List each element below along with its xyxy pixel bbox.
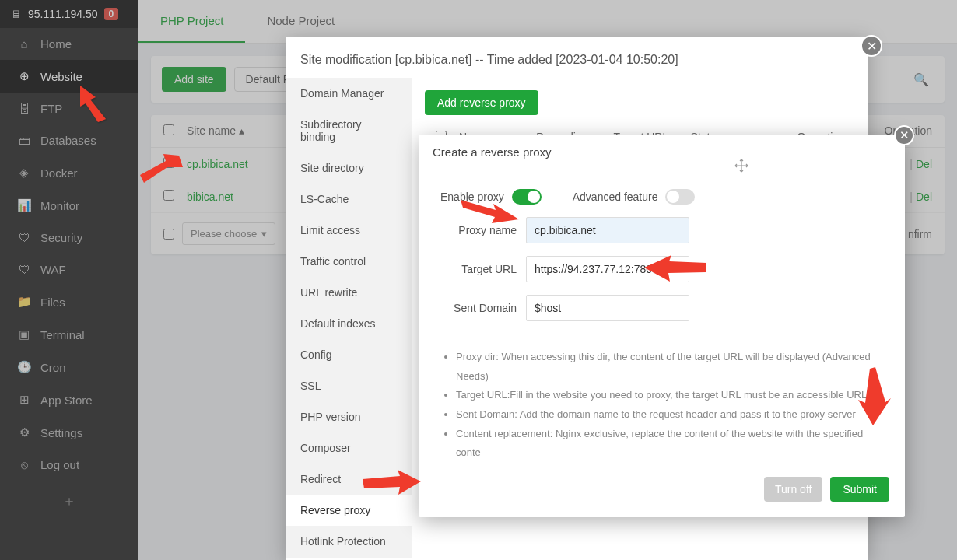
nav-site-directory[interactable]: Site directory — [286, 152, 412, 184]
note-item: Sent Domain: Add the domain name to the … — [456, 405, 883, 425]
nav-composer[interactable]: Composer — [286, 432, 412, 464]
note-item: Proxy dir: When accessing this dir, the … — [456, 348, 883, 386]
turn-off-button[interactable]: Turn off — [764, 477, 822, 502]
nav-domain-manager[interactable]: Domain Manager — [286, 78, 412, 109]
add-reverse-proxy-button[interactable]: Add reverse proxy — [425, 90, 538, 115]
modal2-form: Enable proxy Advanced feature Proxy name… — [419, 170, 905, 345]
advanced-label: Advanced feature — [573, 191, 658, 203]
sent-domain-label: Sent Domain — [440, 302, 526, 314]
help-notes: Proxy dir: When accessing this dir, the … — [419, 345, 905, 477]
close-icon[interactable]: ✕ — [861, 35, 882, 57]
target-url-label: Target URL — [440, 263, 526, 275]
nav-default-indexes[interactable]: Default indexes — [286, 308, 412, 339]
nav-subdir-binding[interactable]: Subdirectory binding — [286, 109, 412, 152]
close-icon[interactable]: ✕ — [894, 125, 914, 145]
nav-reverse-proxy[interactable]: Reverse proxy — [286, 495, 412, 526]
nav-traffic-control[interactable]: Traffic control — [286, 246, 412, 277]
nav-ls-cache[interactable]: LS-Cache — [286, 184, 412, 215]
enable-proxy-label: Enable proxy — [440, 191, 504, 203]
note-item: Target URL:Fill in the website you need … — [456, 386, 883, 405]
nav-hotlink[interactable]: Hotlink Protection — [286, 526, 412, 557]
note-item: Content replacement: Nginx exclusive, re… — [456, 425, 883, 463]
enable-proxy-toggle[interactable] — [512, 189, 542, 205]
nav-url-rewrite[interactable]: URL rewrite — [286, 277, 412, 308]
proxy-name-input[interactable] — [526, 217, 689, 243]
advanced-toggle[interactable] — [665, 189, 695, 205]
nav-ssl[interactable]: SSL — [286, 370, 412, 401]
drag-icon[interactable] — [734, 158, 749, 177]
modal-title: Site modification [cp.bibica.net] -- Tim… — [286, 37, 868, 78]
modal2-footer: Turn off Submit — [419, 477, 905, 517]
target-url-input[interactable] — [526, 256, 689, 282]
modal2-title: Create a reverse proxy — [419, 135, 905, 170]
sent-domain-input[interactable] — [526, 295, 689, 321]
nav-redirect[interactable]: Redirect — [286, 464, 412, 495]
nav-php-version[interactable]: PHP version — [286, 401, 412, 432]
submit-button[interactable]: Submit — [830, 477, 889, 502]
nav-config[interactable]: Config — [286, 339, 412, 370]
nav-limit-access[interactable]: Limit access — [286, 215, 412, 246]
modal-side-nav: Domain Manager Subdirectory binding Site… — [286, 78, 412, 558]
create-reverse-proxy-modal: ✕ Create a reverse proxy Enable proxy Ad… — [419, 135, 905, 517]
proxy-name-label: Proxy name — [440, 224, 526, 236]
nav-response-log[interactable]: Response log — [286, 557, 412, 558]
